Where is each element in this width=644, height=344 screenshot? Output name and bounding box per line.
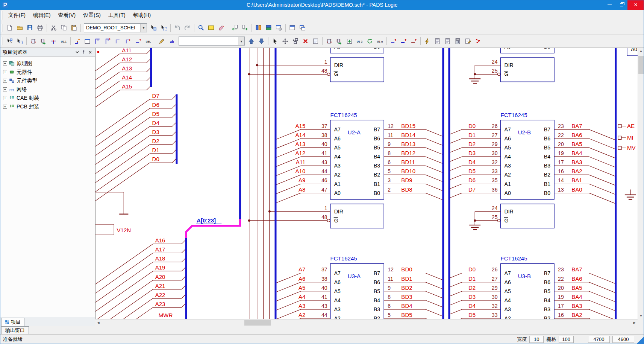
pin-number[interactable]: 17 (558, 159, 564, 165)
gate-control-body[interactable] (330, 58, 384, 82)
pin-number[interactable]: 38 (321, 276, 327, 282)
selection-filter-button[interactable] (148, 23, 159, 33)
pin-name[interactable]: A5 (334, 145, 341, 151)
wire[interactable] (276, 273, 301, 283)
pin-name[interactable]: A0 (334, 190, 341, 196)
wire[interactable] (426, 166, 443, 173)
minimize-button[interactable] (603, 0, 615, 10)
pin-number[interactable]: 24 (492, 205, 498, 211)
copy-mode-button[interactable] (290, 36, 300, 46)
horizontal-scrollbar[interactable]: ◀ ▶ (95, 319, 638, 326)
menubar-grip[interactable] (2, 11, 3, 20)
pin-name[interactable]: B1 (374, 181, 380, 187)
net-label[interactable]: D2 (152, 138, 159, 144)
offpage-icon[interactable] (618, 136, 621, 139)
component-partial-top-right[interactable]: A0B0 (627, 48, 638, 56)
menu-edit[interactable]: 编辑(E) (29, 11, 55, 20)
component-U1-B[interactable]: A0B0DIRG2425 (469, 48, 554, 83)
net-label[interactable]: BD10 (401, 168, 415, 174)
pin-name[interactable]: B4 (374, 297, 380, 303)
pin-name[interactable]: A2 (505, 172, 511, 178)
pin-number[interactable]: 3 (388, 177, 391, 183)
wire[interactable] (449, 157, 462, 162)
wire[interactable] (426, 148, 443, 155)
pin-number[interactable]: 1 (324, 59, 327, 65)
wire[interactable] (589, 282, 615, 293)
net-label[interactable]: D0 (468, 266, 476, 272)
wire[interactable] (589, 166, 615, 177)
refdes-label[interactable]: U3-B (518, 273, 531, 279)
net-label[interactable]: BA5 (571, 141, 582, 147)
net-label[interactable]: D5 (468, 168, 476, 174)
tree-item-label[interactable]: PCB 封装 (17, 104, 39, 110)
wire[interactable] (95, 90, 120, 107)
modify-text-button[interactable] (157, 36, 167, 46)
swap-pins-button[interactable] (365, 36, 375, 46)
wire[interactable] (276, 300, 301, 311)
pin-name[interactable]: B5 (544, 145, 550, 151)
net-label[interactable]: D3 (468, 150, 476, 156)
wire-end-button[interactable] (123, 36, 133, 46)
pin-name[interactable]: A4 (334, 154, 341, 160)
pin-number[interactable]: 25 (492, 214, 498, 220)
pin-name[interactable]: B5 (544, 288, 550, 294)
net-label[interactable]: D4 (468, 159, 476, 165)
net-label[interactable]: BD11 (401, 159, 415, 165)
pin-number[interactable]: 17 (558, 303, 564, 309)
pin-number[interactable]: 46 (321, 177, 327, 183)
wire[interactable] (426, 300, 443, 307)
horizontal-scroll-thumb[interactable] (244, 320, 271, 326)
net-label[interactable]: A22 (155, 292, 165, 298)
refdes-label[interactable]: U3-A (348, 273, 361, 279)
wire[interactable] (276, 282, 301, 292)
wire[interactable] (95, 280, 153, 319)
expand-icon[interactable]: + (3, 70, 7, 74)
pin-name[interactable]: B6 (544, 279, 550, 285)
pin-number[interactable]: 6 (388, 159, 391, 165)
pin-name[interactable]: B1 (544, 181, 550, 187)
net-label[interactable]: A15 (122, 83, 132, 90)
refdes-label[interactable]: U2-B (518, 129, 531, 135)
net-label[interactable]: MWR (159, 312, 173, 318)
net-label[interactable]: D4 (468, 303, 476, 309)
toolbar2-grip[interactable] (2, 37, 3, 45)
layout-link-button[interactable] (264, 23, 274, 33)
pin-name[interactable]: A7 (334, 126, 341, 132)
net-label[interactable]: A11 (296, 159, 306, 165)
net-label[interactable]: A13 (122, 65, 132, 72)
menu-file[interactable]: 文件(F) (5, 11, 29, 20)
wire[interactable] (449, 148, 462, 153)
net-label[interactable]: BA1 (571, 177, 582, 183)
pin-name[interactable]: A4 (505, 154, 511, 160)
pin-number[interactable]: 35 (492, 177, 498, 183)
new-window-button[interactable] (287, 23, 297, 33)
grid-label[interactable]: 栅格 (546, 336, 556, 343)
pin-number[interactable]: 16 (558, 168, 564, 174)
ground-symbol[interactable] (625, 190, 636, 199)
menu-view[interactable]: 查看(V) (55, 11, 80, 20)
expand-icon[interactable]: + (3, 79, 7, 83)
net-label[interactable]: BD2 (401, 285, 412, 291)
pin-name[interactable]: A3 (334, 306, 341, 312)
pin-number[interactable]: 2 (388, 187, 391, 193)
cascade-windows-button[interactable] (297, 23, 308, 33)
net-label[interactable]: A4 (299, 294, 305, 300)
pin-number[interactable]: 43 (321, 159, 327, 165)
net-label[interactable]: BD3 (401, 294, 412, 300)
pin-number[interactable]: 27 (492, 132, 498, 138)
sheet-view-button[interactable] (206, 23, 216, 33)
vertical-scroll-thumb[interactable] (638, 56, 644, 74)
pin-number[interactable]: 11 (388, 132, 393, 138)
wire[interactable] (589, 309, 615, 319)
add-bus-button[interactable] (92, 36, 103, 46)
pin-number[interactable]: 19 (558, 294, 564, 300)
part-type-label[interactable]: FCT16245 (330, 112, 357, 118)
wire[interactable] (426, 184, 443, 191)
pin-name[interactable]: DIR (505, 209, 514, 215)
pin-name[interactable]: A2 (334, 315, 341, 319)
gate-control-body[interactable] (500, 58, 554, 82)
pin-number[interactable]: 12 (388, 123, 394, 129)
move-down-button[interactable] (256, 36, 267, 46)
net-label[interactable]: BA4 (571, 294, 582, 300)
pin-name[interactable]: A5 (334, 288, 341, 294)
